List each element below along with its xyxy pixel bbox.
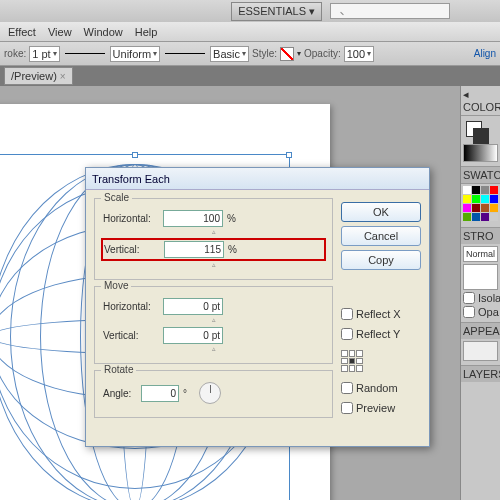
- move-h-label: Horizontal:: [103, 301, 159, 312]
- close-icon[interactable]: ×: [60, 71, 66, 82]
- reflect-y-checkbox[interactable]: Reflect Y: [341, 328, 421, 340]
- scale-v-label: Vertical:: [104, 244, 160, 255]
- resize-handle[interactable]: [286, 152, 292, 158]
- menu-window[interactable]: Window: [84, 26, 123, 38]
- swatches-panel-tab[interactable]: SWATC: [461, 166, 500, 184]
- stroke-profile-value: Uniform: [113, 48, 152, 60]
- chevron-down-icon: ▾: [309, 5, 315, 18]
- fill-stroke-proxy[interactable]: [461, 116, 500, 142]
- angle-field[interactable]: [141, 385, 179, 402]
- appearance-panel-tab[interactable]: APPEAR: [461, 322, 500, 339]
- search-wrap: [330, 3, 450, 19]
- control-bar: roke: 1 pt Uniform Basic Style: ▾ Opacit…: [0, 42, 500, 66]
- menu-help[interactable]: Help: [135, 26, 158, 38]
- appearance-thumb: [463, 341, 498, 361]
- color-ramp[interactable]: [463, 144, 498, 162]
- stroke-panel-tab[interactable]: STRO: [461, 227, 500, 244]
- percent-label: %: [228, 244, 240, 255]
- style-label: Style:: [252, 48, 277, 59]
- angle-dial[interactable]: [199, 382, 221, 404]
- scale-v-field[interactable]: [164, 241, 224, 258]
- angle-label: Angle:: [103, 388, 137, 399]
- transform-each-dialog: Transform Each Scale Horizontal: % ▵ Ver…: [85, 167, 430, 447]
- workspace-label: ESSENTIALS: [238, 5, 306, 17]
- scale-h-field[interactable]: [163, 210, 223, 227]
- menu-effect[interactable]: Effect: [8, 26, 36, 38]
- move-group: Move Horizontal: ▵ Vertical: ▵: [94, 286, 333, 364]
- swatch-grid[interactable]: [461, 184, 500, 223]
- cancel-button[interactable]: Cancel: [341, 226, 421, 246]
- app-bar: ESSENTIALS ▾: [0, 0, 500, 22]
- slider-tick-icon: ▵: [103, 261, 324, 269]
- random-checkbox[interactable]: Random: [341, 382, 421, 394]
- blend-mode-combo[interactable]: Normal: [463, 246, 498, 262]
- move-v-field[interactable]: [163, 327, 223, 344]
- menu-bar: Effect View Window Help: [0, 22, 500, 42]
- degree-label: °: [183, 388, 195, 399]
- layers-panel-tab[interactable]: LAYERS: [461, 365, 500, 382]
- slider-tick-icon: ▵: [103, 228, 324, 236]
- opacity-label: Opacity:: [304, 48, 341, 59]
- move-v-label: Vertical:: [103, 330, 159, 341]
- dialog-title: Transform Each: [86, 168, 429, 190]
- percent-label: %: [227, 213, 239, 224]
- workspace-switcher[interactable]: ESSENTIALS ▾: [231, 2, 322, 21]
- align-link[interactable]: Align: [474, 48, 496, 59]
- opacity-value: 100: [347, 48, 365, 60]
- scale-v-row-highlight: Vertical: %: [101, 238, 326, 261]
- copy-button[interactable]: Copy: [341, 250, 421, 270]
- ok-button[interactable]: OK: [341, 202, 421, 222]
- move-legend: Move: [101, 280, 131, 291]
- panels-dock: ◂ COLOR SWATC STRO Normal Isola Opa APPE…: [460, 86, 500, 500]
- scale-legend: Scale: [101, 192, 132, 203]
- chevron-down-icon[interactable]: ▾: [297, 49, 301, 58]
- brush-preview-icon: [165, 53, 205, 54]
- color-panel-tab[interactable]: ◂ COLOR: [461, 86, 500, 116]
- search-input[interactable]: [330, 3, 450, 19]
- tab-label: /Preview): [11, 70, 57, 82]
- opacity-row[interactable]: Opa: [461, 306, 500, 318]
- move-h-field[interactable]: [163, 298, 223, 315]
- brush-value: Basic: [213, 48, 240, 60]
- reference-point-picker[interactable]: [341, 350, 363, 372]
- brush-preview: [463, 264, 498, 290]
- resize-handle[interactable]: [132, 152, 138, 158]
- stroke-weight-combo[interactable]: 1 pt: [29, 46, 59, 62]
- scale-group: Scale Horizontal: % ▵ Vertical: % ▵: [94, 198, 333, 280]
- scale-h-label: Horizontal:: [103, 213, 159, 224]
- stroke-profile-combo[interactable]: Uniform: [110, 46, 161, 62]
- stroke-label: roke:: [4, 48, 26, 59]
- document-tabs: /Preview) ×: [0, 66, 500, 86]
- stroke-preview-icon: [65, 53, 105, 54]
- slider-tick-icon: ▵: [103, 345, 324, 353]
- opacity-combo[interactable]: 100: [344, 46, 374, 62]
- preview-checkbox[interactable]: Preview: [341, 402, 421, 414]
- reflect-x-checkbox[interactable]: Reflect X: [341, 308, 421, 320]
- document-tab[interactable]: /Preview) ×: [4, 67, 73, 85]
- menu-view[interactable]: View: [48, 26, 72, 38]
- rotate-legend: Rotate: [101, 364, 136, 375]
- isolate-checkbox[interactable]: Isola: [461, 292, 500, 304]
- slider-tick-icon: ▵: [103, 316, 324, 324]
- style-swatch[interactable]: [280, 47, 294, 61]
- rotate-group: Rotate Angle: °: [94, 370, 333, 418]
- brush-combo[interactable]: Basic: [210, 46, 249, 62]
- stroke-weight-value: 1 pt: [32, 48, 50, 60]
